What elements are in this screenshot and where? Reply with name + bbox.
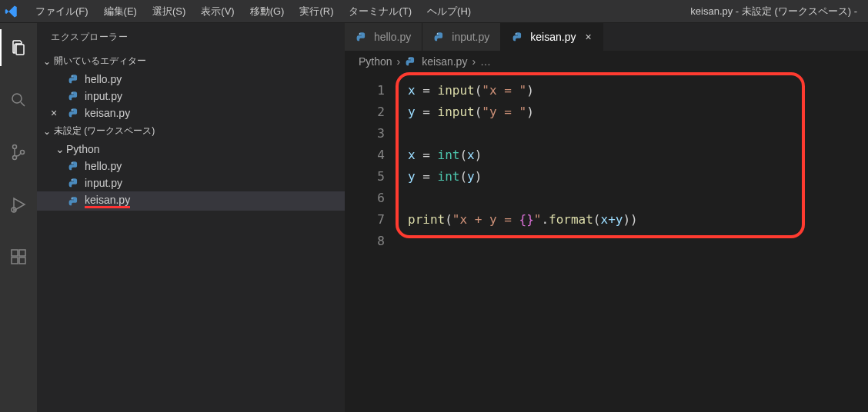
file-label: keisan.py xyxy=(85,194,130,208)
python-file-icon xyxy=(68,90,80,102)
menu-edit[interactable]: 編集(E) xyxy=(96,0,145,23)
menu-view[interactable]: 表示(V) xyxy=(193,0,242,23)
tab-hello[interactable]: hello.py xyxy=(345,23,422,51)
activity-extensions-icon[interactable] xyxy=(0,238,37,275)
open-editor-label: input.py xyxy=(85,90,122,102)
activity-run-debug-icon[interactable] xyxy=(0,186,37,223)
python-file-icon xyxy=(433,31,446,43)
svg-point-9 xyxy=(72,75,72,76)
tab-keisan-active[interactable]: keisan.py × xyxy=(501,23,603,51)
menu-run[interactable]: 実行(R) xyxy=(292,0,341,23)
open-editors-label: 開いているエディター xyxy=(54,55,146,68)
svg-point-1 xyxy=(13,145,17,149)
file-label: hello.py xyxy=(85,160,122,172)
chevron-down-icon: ⌄ xyxy=(55,143,63,155)
file-item[interactable]: hello.py xyxy=(37,158,345,174)
folder-label: Python xyxy=(66,143,100,155)
sidebar-explorer: エクスプローラー ⌄ 開いているエディター hello.py input.py … xyxy=(37,23,345,412)
breadcrumb-sep: › xyxy=(397,55,401,68)
breadcrumb-ellipsis[interactable]: … xyxy=(480,55,491,68)
main-area: エクスプローラー ⌄ 開いているエディター hello.py input.py … xyxy=(0,23,868,412)
svg-point-16 xyxy=(437,33,438,34)
activity-search-icon[interactable] xyxy=(0,81,37,118)
chevron-down-icon: ⌄ xyxy=(43,126,51,137)
svg-point-10 xyxy=(72,92,72,93)
open-editor-label: keisan.py xyxy=(85,107,130,119)
breadcrumb-sep: › xyxy=(472,55,476,68)
menu-select[interactable]: 選択(S) xyxy=(145,0,193,23)
breadcrumb[interactable]: Python › keisan.py › … xyxy=(345,51,868,72)
highlight-box: x = input("x = ") y = input("y = ") x = … xyxy=(396,72,805,238)
file-item-selected[interactable]: keisan.py xyxy=(37,191,345,211)
tab-label: keisan.py xyxy=(530,31,576,43)
chevron-down-icon: ⌄ xyxy=(43,56,51,67)
python-file-icon xyxy=(512,31,524,43)
code-editor[interactable]: 1 2 3 4 5 6 7 8 x = input("x = ") y = in… xyxy=(345,72,868,412)
activity-bar xyxy=(0,23,37,412)
file-label: input.py xyxy=(85,177,122,189)
menu-help[interactable]: ヘルプ(H) xyxy=(419,0,479,23)
open-editor-item-active[interactable]: × keisan.py xyxy=(37,105,345,121)
svg-point-12 xyxy=(72,162,72,163)
file-item[interactable]: input.py xyxy=(37,174,345,191)
editor-tabs: hello.py input.py keisan.py × xyxy=(345,23,868,51)
menu-go[interactable]: 移動(G) xyxy=(242,0,292,23)
python-file-icon xyxy=(356,31,368,43)
workspace-label: 未設定 (ワークスペース) xyxy=(54,125,155,138)
python-file-icon xyxy=(68,195,80,208)
menu-file[interactable]: ファイル(F) xyxy=(28,0,96,23)
open-editor-item[interactable]: input.py xyxy=(37,88,345,105)
open-editor-label: hello.py xyxy=(85,73,122,85)
close-icon[interactable]: × xyxy=(585,31,591,43)
sidebar-title: エクスプローラー xyxy=(37,23,345,52)
vscode-logo-icon xyxy=(5,5,18,18)
open-editor-item[interactable]: hello.py xyxy=(37,71,345,88)
svg-point-11 xyxy=(72,109,72,110)
editor-area: hello.py input.py keisan.py × Python › k… xyxy=(345,23,868,412)
svg-point-13 xyxy=(72,179,72,180)
activity-source-control-icon[interactable] xyxy=(0,134,37,171)
close-icon[interactable]: × xyxy=(51,107,57,119)
svg-rect-6 xyxy=(12,258,18,264)
svg-point-2 xyxy=(13,156,17,160)
open-editors-header[interactable]: ⌄ 開いているエディター xyxy=(37,52,345,71)
svg-rect-8 xyxy=(19,250,25,256)
svg-point-18 xyxy=(409,58,409,58)
svg-point-15 xyxy=(359,33,360,34)
breadcrumb-part[interactable]: keisan.py xyxy=(422,55,467,68)
svg-point-17 xyxy=(516,33,516,34)
python-file-icon xyxy=(68,73,80,85)
tab-label: input.py xyxy=(452,31,489,43)
folder-item[interactable]: ⌄ Python xyxy=(37,141,345,158)
svg-rect-5 xyxy=(12,250,18,256)
menu-terminal[interactable]: ターミナル(T) xyxy=(341,0,419,23)
tab-input[interactable]: input.py xyxy=(422,23,501,51)
svg-point-0 xyxy=(12,94,22,103)
tab-label: hello.py xyxy=(374,31,411,43)
python-file-icon xyxy=(68,177,80,189)
window-title: keisan.py - 未設定 (ワークスペース) - xyxy=(479,5,863,18)
python-file-icon xyxy=(405,55,417,68)
svg-point-14 xyxy=(72,198,72,198)
workspace-header[interactable]: ⌄ 未設定 (ワークスペース) xyxy=(37,121,345,141)
menu-bar: ファイル(F) 編集(E) 選択(S) 表示(V) 移動(G) 実行(R) ター… xyxy=(0,0,868,23)
code-content[interactable]: x = input("x = ") y = input("y = ") x = … xyxy=(408,80,790,231)
python-file-icon xyxy=(68,107,80,119)
line-gutter: 1 2 3 4 5 6 7 8 xyxy=(345,80,385,252)
activity-explorer-icon[interactable] xyxy=(0,29,37,66)
python-file-icon xyxy=(68,160,80,172)
breadcrumb-part[interactable]: Python xyxy=(359,55,392,68)
svg-rect-7 xyxy=(19,258,25,264)
